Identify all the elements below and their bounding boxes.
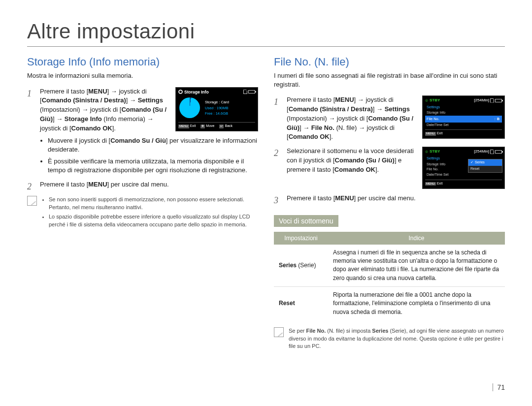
note-icon: [27, 196, 37, 206]
lcd-free-value: 14.6GB: [216, 111, 228, 116]
card-icon: [490, 98, 494, 103]
right-note: Se per File No. (N. file) si imposta Ser…: [274, 327, 505, 350]
lcd2-opt-reset: Reset: [468, 166, 502, 172]
menu-key-icon: MENU: [178, 125, 189, 128]
lcd2-time: [254Min]: [474, 149, 489, 154]
right-column: File No. (N. file) I numeri di file sono…: [274, 56, 505, 350]
gear-icon: [178, 90, 183, 94]
table-row: Series (Serie) Assegna i numeri di file …: [274, 245, 505, 287]
left-note-item-2: Lo spazio disponibile potrebbe essere in…: [49, 213, 258, 228]
card-icon: [243, 90, 247, 94]
lcd1-exit: Exit: [437, 131, 443, 135]
lcd2-submenu-popup: Series Reset: [468, 159, 502, 173]
lcd-file-no-1: ◎ STBY [254Min] Settings Storage Info: [422, 95, 505, 139]
left-step1-bullet-1: Muovere il joystick di [Comando Su / Giù…: [48, 136, 258, 154]
left-note-item-1: Se non sono inseriti supporti di memoriz…: [49, 196, 258, 211]
submenu-subhead: Voci di sottomenu: [274, 215, 338, 227]
lcd-exit: Exit: [190, 124, 196, 127]
lcd2-date-time: Date/Time Set: [425, 172, 502, 178]
right-step-3: Premere il tasto [MENU] per uscire dal m…: [274, 194, 505, 203]
row-series-desc: Assegna i numeri di file in sequenza anc…: [328, 245, 505, 287]
lcd1-date-time: Date/Time Set: [425, 123, 502, 128]
pie-chart-icon: [179, 97, 200, 118]
lcd-back: Back: [225, 124, 233, 127]
lcd-storage-label: Storage: [205, 100, 218, 104]
battery-icon: [248, 90, 255, 94]
lcd-move: Move: [206, 124, 214, 127]
page-title: Altre impostazioni: [27, 20, 505, 43]
lcd-title: Storage Info: [184, 90, 209, 95]
right-step-1-text: Premere il tasto [MENU] → joystick di [C…: [287, 95, 417, 142]
file-no-intro: I numeri di file sono assegnati ai file …: [274, 71, 505, 89]
right-step-1: Premere il tasto [MENU] → joystick di [C…: [274, 95, 505, 142]
row-reset-label: Reset: [274, 287, 328, 321]
storage-info-heading: Storage Info (Info memoria): [27, 56, 258, 68]
left-step1-bullet-2: È possibile verificare la memoria utiliz…: [48, 157, 258, 175]
back-key-icon: ↩: [219, 125, 224, 128]
lcd1-storage-info: Storage Info: [425, 110, 502, 116]
lcd1-list: Settings Storage Info File No.: 🗎 Date/T…: [425, 104, 502, 127]
lcd-file-no-2: ◎ STBY [254Min] Settings Storage Info: [422, 147, 505, 188]
file-no-heading: File No. (N. file): [274, 56, 505, 68]
right-step-2: Selezionare il sottomenu e la voce desid…: [274, 147, 505, 188]
table-row: Reset Riporta la numerazione dei file a …: [274, 287, 505, 321]
lcd1-file-no: File No.: 🗎: [425, 116, 502, 122]
left-step-1: Premere il tasto [MENU] → joystick di [C…: [27, 87, 258, 175]
lcd1-stby: STBY: [430, 98, 440, 103]
options-table: Impostazioni Indice Series (Serie) Asseg…: [274, 232, 505, 321]
th-impostazioni: Impostazioni: [274, 232, 328, 245]
note-icon: [274, 327, 284, 337]
card-icon: [490, 150, 494, 154]
menu-key-icon: MENU: [425, 182, 436, 186]
left-step-1-text: Premere il tasto [MENU] → joystick di [C…: [40, 87, 170, 133]
lcd2-stby: STBY: [430, 149, 440, 154]
lcd-used-label: Used: [205, 106, 214, 110]
battery-icon: [495, 99, 502, 102]
lcd1-time: [254Min]: [474, 98, 489, 103]
move-key-icon: ✥: [200, 125, 205, 128]
lcd2-exit: Exit: [437, 182, 443, 185]
left-step-2: Premere il tasto [MENU] per uscire dal m…: [27, 180, 258, 189]
lcd-storage-info: Storage Info Storage : Card Used : 190MB: [175, 87, 258, 131]
lcd2-opt-series: Series: [468, 159, 502, 166]
page-number: 71: [493, 383, 505, 391]
lcd-storage-value: Card: [221, 100, 229, 104]
row-series-label: Series (Serie): [274, 245, 328, 287]
right-note-text: Se per File No. (N. file) si imposta Ser…: [289, 327, 505, 350]
right-step-2-text: Selezionare il sottomenu e la voce desid…: [287, 147, 417, 175]
left-column: Storage Info (Info memoria) Mostra le in…: [27, 56, 258, 350]
menu-key-icon: MENU: [425, 132, 436, 136]
title-rule: [27, 46, 505, 47]
row-reset-desc: Riporta la numerazione dei file a 0001 a…: [328, 287, 505, 321]
lcd1-settings: Settings: [425, 104, 502, 110]
left-note: Se non sono inseriti supporti di memoriz…: [27, 196, 258, 230]
lcd-used-value: 190MB: [217, 106, 229, 110]
th-indice: Indice: [328, 232, 505, 245]
battery-icon: [495, 150, 502, 154]
storage-info-intro: Mostra le informazioni sulla memoria.: [27, 71, 258, 80]
lcd-free-label: Free: [205, 111, 212, 116]
